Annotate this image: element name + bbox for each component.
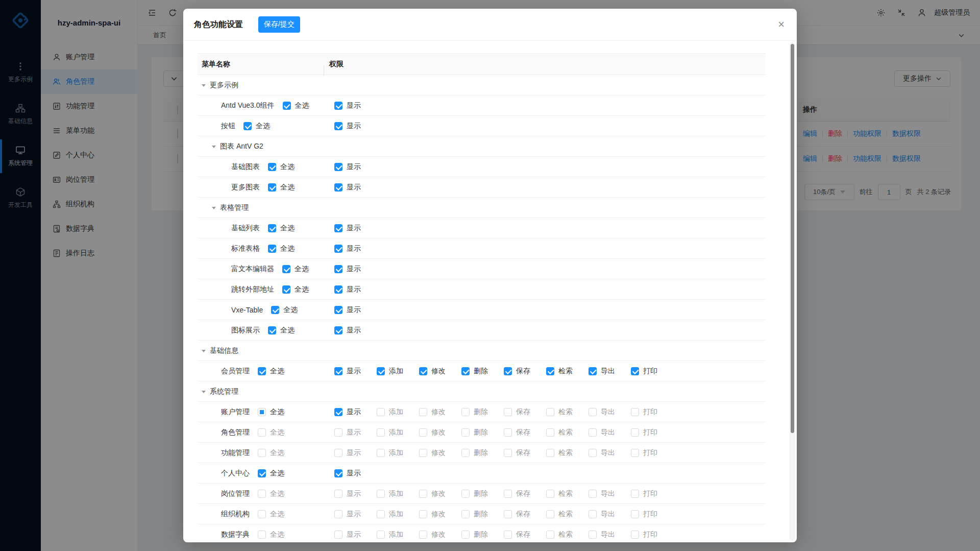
permission-checkbox[interactable]: [631, 408, 639, 416]
permission-checkbox[interactable]: [546, 531, 554, 539]
permission-toggle-删除[interactable]: 删除: [461, 367, 488, 376]
select-all-toggle[interactable]: 全选: [258, 530, 284, 539]
caret-down-icon[interactable]: [202, 350, 206, 354]
permission-toggle-导出[interactable]: 导出: [589, 530, 615, 539]
permission-toggle-打印[interactable]: 打印: [631, 510, 657, 519]
permission-checkbox[interactable]: [461, 428, 470, 437]
permission-checkbox[interactable]: [334, 490, 342, 498]
permission-toggle-保存[interactable]: 保存: [504, 428, 530, 437]
select-all-checkbox[interactable]: [258, 367, 266, 375]
permission-checkbox[interactable]: [631, 531, 639, 539]
permission-toggle-检索[interactable]: 检索: [546, 530, 573, 539]
permission-toggle-导出[interactable]: 导出: [589, 489, 615, 498]
permission-checkbox[interactable]: [589, 510, 597, 518]
select-all-checkbox[interactable]: [283, 102, 291, 110]
permission-checkbox[interactable]: [504, 367, 512, 375]
permission-checkbox[interactable]: [631, 449, 639, 457]
select-all-toggle[interactable]: 全选: [268, 162, 295, 172]
select-all-checkbox[interactable]: [258, 490, 266, 498]
permission-checkbox[interactable]: [631, 428, 639, 437]
select-all-checkbox[interactable]: [258, 428, 266, 437]
permission-toggle-显示[interactable]: 显示: [334, 101, 361, 110]
caret-down-icon[interactable]: [202, 391, 206, 395]
permission-checkbox[interactable]: [589, 367, 597, 375]
permission-toggle-修改[interactable]: 修改: [419, 428, 446, 437]
permission-toggle-显示[interactable]: 显示: [334, 510, 361, 519]
permission-checkbox[interactable]: [504, 531, 512, 539]
select-all-checkbox[interactable]: [268, 224, 276, 232]
permission-toggle-删除[interactable]: 删除: [461, 408, 488, 417]
permission-toggle-显示[interactable]: 显示: [334, 408, 361, 417]
select-all-checkbox[interactable]: [268, 183, 276, 191]
permission-checkbox[interactable]: [546, 408, 554, 416]
permission-toggle-显示[interactable]: 显示: [334, 469, 361, 478]
select-all-toggle[interactable]: 全选: [268, 326, 295, 335]
permission-toggle-打印[interactable]: 打印: [631, 428, 657, 437]
permission-checkbox[interactable]: [589, 531, 597, 539]
permission-toggle-删除[interactable]: 删除: [461, 428, 488, 437]
permission-checkbox[interactable]: [334, 326, 342, 334]
permission-toggle-添加[interactable]: 添加: [377, 448, 403, 458]
select-all-checkbox[interactable]: [243, 122, 252, 130]
permission-checkbox[interactable]: [631, 510, 639, 518]
permission-toggle-检索[interactable]: 检索: [546, 510, 573, 519]
permission-checkbox[interactable]: [334, 449, 342, 457]
permission-checkbox[interactable]: [589, 408, 597, 416]
permission-checkbox[interactable]: [334, 163, 342, 171]
permission-checkbox[interactable]: [546, 428, 554, 437]
permission-toggle-打印[interactable]: 打印: [631, 530, 657, 539]
permission-checkbox[interactable]: [377, 510, 385, 518]
permission-checkbox[interactable]: [334, 224, 342, 232]
save-submit-button[interactable]: 保存/提交: [258, 16, 300, 33]
permission-toggle-修改[interactable]: 修改: [419, 489, 446, 498]
permission-checkbox[interactable]: [334, 306, 342, 314]
select-all-toggle[interactable]: 全选: [258, 428, 284, 437]
permission-checkbox[interactable]: [419, 449, 427, 457]
permission-toggle-添加[interactable]: 添加: [377, 408, 403, 417]
permission-toggle-删除[interactable]: 删除: [461, 530, 488, 539]
permission-toggle-显示[interactable]: 显示: [334, 326, 361, 335]
modal-scrollbar-thumb[interactable]: [791, 44, 794, 433]
permission-checkbox[interactable]: [461, 408, 470, 416]
permission-checkbox[interactable]: [546, 510, 554, 518]
permission-checkbox[interactable]: [504, 428, 512, 437]
select-all-toggle[interactable]: 全选: [258, 489, 284, 498]
permission-checkbox[interactable]: [504, 408, 512, 416]
select-all-toggle[interactable]: 全选: [243, 122, 270, 131]
permission-toggle-删除[interactable]: 删除: [461, 510, 488, 519]
select-all-checkbox[interactable]: [271, 306, 279, 314]
permission-checkbox[interactable]: [334, 265, 342, 273]
permission-toggle-显示[interactable]: 显示: [334, 162, 361, 172]
permission-toggle-显示[interactable]: 显示: [334, 530, 361, 539]
permission-toggle-检索[interactable]: 检索: [546, 489, 573, 498]
permission-toggle-导出[interactable]: 导出: [589, 510, 615, 519]
caret-down-icon[interactable]: [212, 207, 216, 211]
permission-toggle-添加[interactable]: 添加: [377, 489, 403, 498]
caret-down-icon[interactable]: [202, 84, 206, 89]
permission-checkbox[interactable]: [334, 510, 342, 518]
permission-toggle-保存[interactable]: 保存: [504, 367, 530, 376]
permission-checkbox[interactable]: [504, 449, 512, 457]
permission-checkbox[interactable]: [504, 490, 512, 498]
permission-checkbox[interactable]: [419, 408, 427, 416]
select-all-toggle[interactable]: 全选: [268, 183, 295, 192]
permission-checkbox[interactable]: [419, 490, 427, 498]
permission-toggle-显示[interactable]: 显示: [334, 305, 361, 315]
permission-toggle-添加[interactable]: 添加: [377, 510, 403, 519]
permission-toggle-显示[interactable]: 显示: [334, 448, 361, 458]
permission-toggle-检索[interactable]: 检索: [546, 428, 573, 437]
permission-checkbox[interactable]: [334, 102, 342, 110]
permission-toggle-显示[interactable]: 显示: [334, 244, 361, 253]
permission-checkbox[interactable]: [419, 531, 427, 539]
permission-toggle-删除[interactable]: 删除: [461, 448, 488, 458]
permission-checkbox[interactable]: [589, 490, 597, 498]
permission-checkbox[interactable]: [334, 531, 342, 539]
select-all-toggle[interactable]: 全选: [258, 448, 284, 458]
permission-toggle-显示[interactable]: 显示: [334, 367, 361, 376]
select-all-toggle[interactable]: 全选: [258, 510, 284, 519]
permission-toggle-显示[interactable]: 显示: [334, 428, 361, 437]
permission-checkbox[interactable]: [377, 367, 385, 375]
permission-checkbox[interactable]: [631, 490, 639, 498]
permission-checkbox[interactable]: [461, 490, 470, 498]
select-all-checkbox[interactable]: [268, 326, 276, 334]
